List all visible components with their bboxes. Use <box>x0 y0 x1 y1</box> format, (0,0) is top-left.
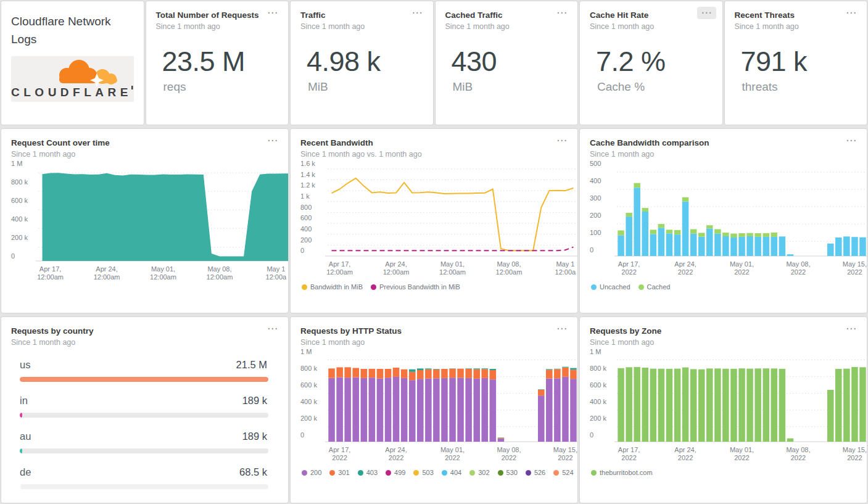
svg-text:400: 400 <box>300 225 312 233</box>
svg-text:May 15,2022: May 15,2022 <box>843 260 867 276</box>
panel-title: Requests by country <box>11 326 278 336</box>
legend-item-bandwidth-in-mib[interactable]: Bandwidth in MiB <box>302 283 363 291</box>
panel-cache-bandwidth-comparison: Cache Bandwidth comparison Since 1 month… <box>580 129 867 313</box>
svg-text:Apr 24,2022: Apr 24,2022 <box>674 446 696 461</box>
panel-menu-button[interactable]: ⋯ <box>263 7 282 19</box>
svg-text:400: 400 <box>590 177 601 184</box>
http-status-chart[interactable]: 1 M800 k600 k400 k200 k0Apr 17,2022Apr 2… <box>300 352 577 476</box>
legend-item-530[interactable]: 530 <box>498 469 518 476</box>
panel-menu-button[interactable]: ⋯ <box>552 323 571 335</box>
panel-menu-button[interactable]: ⋯ <box>263 323 282 335</box>
legend-item-302[interactable]: 302 <box>469 469 489 476</box>
svg-text:200 k: 200 k <box>300 415 317 422</box>
country-bar-fill <box>20 484 21 489</box>
chart-legend: UncachedCached <box>591 283 867 291</box>
panel-menu-button[interactable]: ⋯ <box>552 134 571 147</box>
panel-menu-button[interactable]: ⋯ <box>697 7 716 19</box>
svg-text:May 08,12:00am: May 08,12:00am <box>496 260 523 276</box>
legend-item-previous-bandwidth-in-mib[interactable]: Previous Bandwidth in MiB <box>371 283 460 291</box>
panel-title: Request Count over time <box>11 138 278 148</box>
panel-menu-button[interactable]: ⋯ <box>552 7 571 19</box>
svg-text:May 01,2022: May 01,2022 <box>730 260 754 276</box>
svg-text:800 k: 800 k <box>11 178 28 186</box>
svg-text:May 08,12:00am: May 08,12:00am <box>207 265 233 281</box>
svg-text:Apr 24,12:00am: Apr 24,12:00am <box>94 265 120 281</box>
legend-label: 301 <box>338 469 349 476</box>
legend-label: 530 <box>506 469 518 476</box>
svg-text:1.2 k: 1.2 k <box>300 181 315 189</box>
svg-text:1.6 k: 1.6 k <box>300 160 315 167</box>
legend-dot-icon <box>639 284 644 290</box>
svg-text:May 112:00a: May 112:00a <box>555 260 577 276</box>
panel-dashboard-logo: Cloudflare Network Logs CLOUDFLARE <box>1 1 144 125</box>
country-bar-track <box>20 448 268 453</box>
cloudflare-logo: CLOUDFLARE <box>11 56 134 102</box>
legend-item-301[interactable]: 301 <box>329 469 349 476</box>
request-count-chart[interactable]: 1 M800 k600 k400 k200 k0Apr 17,12:00amAp… <box>11 163 288 283</box>
legend-item-503[interactable]: 503 <box>413 469 433 476</box>
legend-dot-icon <box>498 470 503 476</box>
legend-item-499[interactable]: 499 <box>386 469 405 476</box>
chart-svg: 1.6 k1.4 k1.2 k1 k8006004002000Apr 17,12… <box>300 163 577 278</box>
chart-legend: theburritobot.com <box>591 469 867 476</box>
panel-menu-button[interactable]: ⋯ <box>841 134 861 147</box>
legend-item-404[interactable]: 404 <box>442 469 461 476</box>
legend-dot-icon <box>413 470 419 476</box>
svg-text:Apr 17,12:00am: Apr 17,12:00am <box>326 260 353 276</box>
legend-dot-icon <box>386 470 391 476</box>
panel-cache-hit-rate: Cache Hit Rate Since 1 month ago ⋯ 7.2 %… <box>580 1 722 125</box>
svg-text:1 M: 1 M <box>11 160 22 167</box>
legend-item-theburritobot-com[interactable]: theburritobot.com <box>591 469 653 476</box>
panel-subtitle: Since 1 month ago <box>11 150 278 159</box>
svg-text:600 k: 600 k <box>590 381 606 389</box>
legend-label: 403 <box>366 469 378 476</box>
country-label: de <box>20 466 31 478</box>
country-bar-track <box>20 377 268 382</box>
country-bar-fill <box>20 448 22 453</box>
legend-dot-icon <box>469 470 475 476</box>
panel-title: Traffic <box>300 10 423 20</box>
panel-subtitle: Since 1 month ago <box>156 22 279 31</box>
stat-value: 791 k <box>741 46 858 78</box>
dashboard: Cloudflare Network Logs CLOUDFLARE Total… <box>0 0 868 504</box>
svg-text:100: 100 <box>590 229 601 236</box>
chart-legend: 200301403499503404302530526524 <box>302 469 577 476</box>
country-label: us <box>20 359 30 371</box>
legend-dot-icon <box>358 470 363 476</box>
legend-label: 302 <box>478 469 489 476</box>
svg-text:0: 0 <box>590 246 593 254</box>
recent-bandwidth-chart[interactable]: 1.6 k1.4 k1.2 k1 k8006004002000Apr 17,12… <box>300 163 577 291</box>
country-bar-fill <box>20 377 268 382</box>
panel-subtitle: Since 1 month ago <box>590 338 857 347</box>
country-row-au: au189 k <box>11 431 268 453</box>
legend-dot-icon <box>553 470 559 476</box>
stat-unit: MiB <box>308 80 423 94</box>
panel-menu-button[interactable]: ⋯ <box>408 7 427 19</box>
panel-request-count-over-time: Request Count over time Since 1 month ag… <box>1 129 288 313</box>
panel-menu-button[interactable]: ⋯ <box>263 134 282 147</box>
panel-menu-button[interactable]: ⋯ <box>841 323 861 335</box>
panel-traffic: Traffic Since 1 month ago ⋯ 4.98 k MiB <box>291 1 433 125</box>
panel-menu-button[interactable]: ⋯ <box>841 7 861 19</box>
legend-item-cached[interactable]: Cached <box>639 283 671 291</box>
stat-unit: reqs <box>163 80 279 94</box>
panel-recent-threats: Recent Threats Since 1 month ago ⋯ 791 k… <box>725 1 867 125</box>
svg-text:May 15,2022: May 15,2022 <box>553 446 577 461</box>
legend-label: theburritobot.com <box>600 469 653 476</box>
svg-text:May 15,2022: May 15,2022 <box>843 446 867 461</box>
legend-item-200[interactable]: 200 <box>302 469 321 476</box>
legend-item-uncached[interactable]: Uncached <box>591 283 630 291</box>
legend-item-526[interactable]: 526 <box>526 469 545 476</box>
legend-item-524[interactable]: 524 <box>553 469 573 476</box>
stat-unit: threats <box>742 80 858 94</box>
svg-text:May 08,2022: May 08,2022 <box>786 260 810 276</box>
country-value: 68.5 k <box>239 466 267 478</box>
svg-text:0: 0 <box>590 431 593 439</box>
cache-bandwidth-chart[interactable]: 5004003002001000Apr 17,2022Apr 24,2022Ma… <box>590 163 867 291</box>
svg-text:May 112:00a: May 112:00a <box>266 265 287 281</box>
legend-item-403[interactable]: 403 <box>358 469 378 476</box>
svg-text:Apr 24,12:00am: Apr 24,12:00am <box>383 260 410 276</box>
panel-requests-by-zone: Requests by Zone Since 1 month ago ⋯ 1 M… <box>580 317 867 503</box>
svg-text:0: 0 <box>300 247 304 254</box>
zone-chart[interactable]: 1 M800 k600 k400 k200 k0Apr 17,2022Apr 2… <box>590 352 867 476</box>
